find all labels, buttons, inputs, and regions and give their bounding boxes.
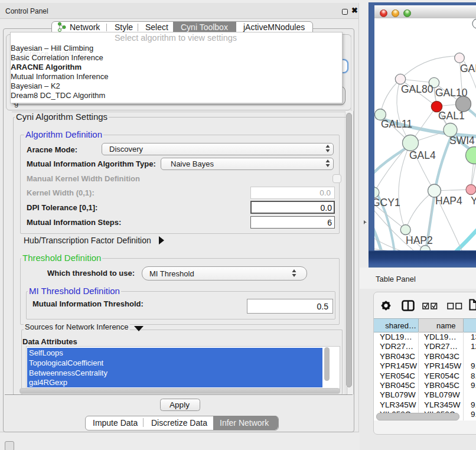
svg-text:GAL11: GAL11 [381, 118, 412, 130]
svg-text:YG: YG [471, 195, 476, 207]
svg-text:GAL10: GAL10 [435, 87, 468, 99]
svg-text:SWI4: SWI4 [449, 135, 475, 146]
svg-text:GAL4: GAL4 [409, 149, 436, 161]
svg-text:HAP4: HAP4 [435, 195, 462, 207]
svg-text:GAL7: GAL7 [460, 63, 476, 74]
svg-text:GAL80: GAL80 [401, 83, 433, 95]
svg-text:GCY1: GCY1 [374, 197, 400, 208]
svg-text:HAP2: HAP2 [406, 234, 433, 246]
svg-text:GAL1: GAL1 [438, 110, 465, 122]
